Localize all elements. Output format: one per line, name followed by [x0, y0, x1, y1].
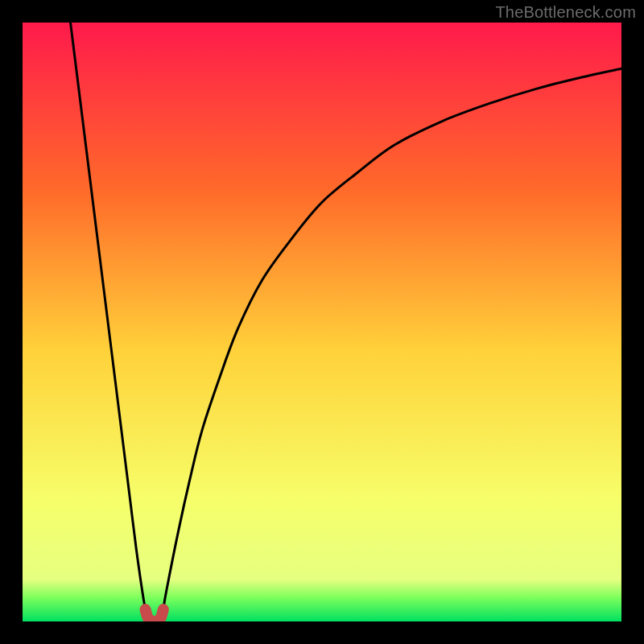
plot-area: [23, 23, 621, 621]
chart-svg: [23, 23, 621, 621]
chart-frame: TheBottleneck.com: [0, 0, 644, 644]
watermark-text: TheBottleneck.com: [495, 3, 636, 22]
gradient-background: [23, 23, 621, 621]
